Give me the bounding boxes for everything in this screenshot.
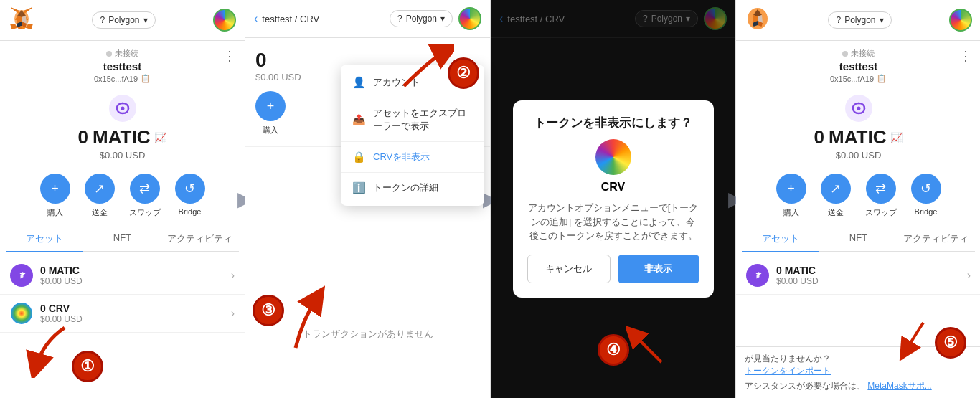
more-options-icon[interactable]: ⋮ [223,48,236,64]
asset-tabs: アセット NFT アクティビティ [6,227,239,252]
step3-number: ③ [253,295,284,326]
account-avatar-2[interactable] [458,7,481,30]
bridge-button[interactable]: ↺ Bridge [175,174,205,218]
no-transactions-text: トランザクションがありません [245,328,490,341]
panel4-account-info: 未接続 testtest 0x15c...fA19 📋 ⋮ [736,41,980,87]
more-options-icon-4[interactable]: ⋮ [959,48,972,64]
asset-tabs-4: アセット NFT アクティビティ [742,227,975,252]
asset-item-matic[interactable]: 0 MATIC $0.00 USD › [0,257,245,295]
tab-nft[interactable]: NFT [83,227,161,252]
buy-button[interactable]: + 購入 [40,174,70,218]
network-selector-2[interactable]: ? Polygon ▾ [390,10,453,27]
network-question-icon: ? [100,15,105,25]
account-icon: 👤 [352,76,366,89]
svg-point-16 [121,107,124,110]
panel-4: ? Polygon ▾ 未接続 testtest 0x15c...fA19 📋 … [736,0,980,398]
account-name: testtest [103,60,141,72]
step2-number: ② [448,57,479,89]
status-dot [106,51,112,57]
action-buttons: + 購入 ↗ 送金 ⇄ スワップ ↺ Bridge [0,166,245,227]
copy-icon-4[interactable]: 📋 [877,74,887,83]
matic-icon [10,264,33,287]
dropdown-item-explorer[interactable]: 📤 アセットをエクスプローラーで表示 [341,98,484,142]
svg-marker-3 [11,24,17,29]
modal-buttons: キャンセル 非表示 [527,255,699,283]
panel2-header: ‹ testtest / CRV ? Polygon ▾ [245,0,490,38]
buy-icon: + [40,174,70,204]
chevron-down-icon-4: ▾ [880,15,884,25]
account-address-4: 0x15c...fA19 📋 [830,74,887,83]
explorer-icon: 📤 [352,113,366,126]
account-avatar-4[interactable] [949,9,972,32]
panel1-header: ? Polygon ▾ [0,0,245,41]
copy-icon[interactable]: 📋 [141,74,151,83]
balance-usd: $0.00 USD [100,150,146,161]
svg-point-24 [857,107,860,110]
swap-icon: ⇄ [130,174,160,204]
action-buttons-4: + 購入 ↗ 送金 ⇄ スワップ ↺ Bridge [736,166,980,227]
panel-1: ? Polygon ▾ 未接続 testtest 0x15c...fA19 📋 … [0,0,245,398]
panel4-header: ? Polygon ▾ [736,0,980,41]
status-dot-4 [842,51,848,57]
balance-amount-4: 0 MATIC 📈 [814,126,903,148]
tab-assets[interactable]: アセット [6,227,83,252]
send-button-4[interactable]: ↗ 送金 [821,174,851,218]
tab-activity[interactable]: アクティビティ [161,227,239,252]
asset-item-matic-4[interactable]: 0 MATIC $0.00 USD › [736,257,980,295]
dropdown-item-hide[interactable]: 🔒 CRVを非表示 [341,142,484,173]
modal-token-name: CRV [527,181,699,194]
matic-info: 0 MATIC $0.00 USD [40,265,224,286]
hide-icon: 🔒 [352,151,366,164]
svg-marker-2 [26,24,32,29]
balance-amount: 0 MATIC 📈 [78,126,167,148]
balance-section: 0 MATIC 📈 $0.00 USD [0,87,245,166]
swap-button-4[interactable]: ⇄ スワップ [865,174,897,218]
modal-title: トークンを非表示にします？ [527,115,699,132]
buy-button-4[interactable]: + 購入 [776,174,806,218]
modal-cancel-button[interactable]: キャンセル [527,255,611,283]
account-name-4: testtest [839,60,877,72]
bridge-icon-4: ↺ [911,174,941,204]
balance-section-4: 0 MATIC 📈 $0.00 USD [736,87,980,166]
balance-usd-4: $0.00 USD [836,150,882,161]
chevron-right-icon-4: › [967,269,971,282]
breadcrumb-2: ‹ testtest / CRV [254,12,319,25]
account-avatar[interactable] [213,9,236,32]
metamask-support-link[interactable]: MetaMaskサポ... [867,381,931,391]
crv-modal-icon [595,139,631,175]
metamask-logo [9,6,34,34]
chevron-right-icon: › [231,269,235,282]
modal-description: アカウントオプションメニューで[トークンの追加] を選択することによって、今後こ… [527,201,699,243]
chevron-down-icon-2: ▾ [440,14,445,24]
back-icon[interactable]: ‹ [254,12,258,25]
network-selector[interactable]: ? Polygon ▾ [92,11,155,29]
send-icon-4: ↗ [821,174,851,204]
chart-icon[interactable]: 📈 [154,132,166,143]
swap-button[interactable]: ⇄ スワップ [129,174,161,218]
tab-nft-4[interactable]: NFT [819,227,897,252]
modal-confirm-button[interactable]: 非表示 [618,255,699,283]
dropdown-item-detail[interactable]: ℹ️ トークンの詳細 [341,173,484,203]
p2-buy-icon: + [255,91,286,121]
bridge-icon: ↺ [175,174,205,204]
network-token-icon [109,95,136,122]
network-name: Polygon [108,15,139,25]
step5-number: ⑤ [935,327,966,359]
panel-3: ‹ testtest / CRV ? Polygon ▾ トークンを非表示にしま… [491,0,736,398]
chevron-down-icon: ▾ [143,15,148,25]
chevron-right-icon-2: › [231,307,235,320]
network-question-icon-4: ? [836,15,841,25]
bridge-button-4[interactable]: ↺ Bridge [911,174,941,218]
matic-icon-4 [746,264,769,287]
import-token-link[interactable]: トークンをインポート [745,366,831,376]
tab-assets-4[interactable]: アセット [742,227,819,252]
chart-icon-4[interactable]: 📈 [890,132,903,143]
account-address: 0x15c...fA19 📋 [94,74,151,83]
connection-status-4: 未接続 [842,48,875,59]
send-button[interactable]: ↗ 送金 [85,174,115,218]
network-selector-4[interactable]: ? Polygon ▾ [828,11,891,29]
tab-activity-4[interactable]: アクティビティ [897,227,975,252]
connection-status: 未接続 [106,48,138,59]
panel2-buy-btn[interactable]: + 購入 [255,91,286,136]
network-question-icon-2: ? [397,14,402,24]
